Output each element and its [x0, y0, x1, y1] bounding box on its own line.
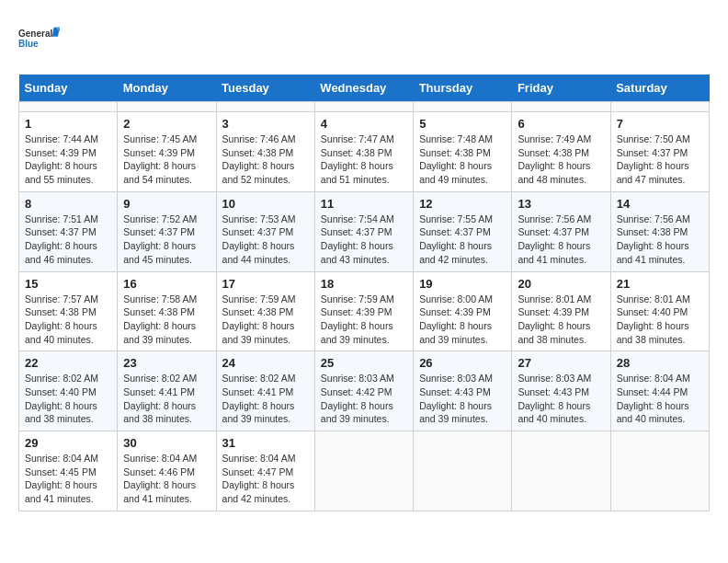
calendar-header-tuesday: Tuesday: [216, 75, 314, 102]
day-info: Sunrise: 8:00 AMSunset: 4:39 PMDaylight:…: [419, 293, 506, 347]
day-number: 16: [123, 277, 210, 291]
calendar-header-saturday: Saturday: [610, 75, 709, 102]
day-info: Sunrise: 7:44 AMSunset: 4:39 PMDaylight:…: [25, 132, 111, 187]
day-number: 30: [123, 436, 210, 450]
calendar-week-row: 8Sunrise: 7:51 AMSunset: 4:37 PMDaylight…: [19, 191, 710, 271]
calendar-week-row: 22Sunrise: 8:02 AMSunset: 4:40 PMDayligh…: [19, 351, 710, 431]
day-info: Sunrise: 8:01 AMSunset: 4:39 PMDaylight:…: [518, 293, 604, 347]
calendar-header-wednesday: Wednesday: [314, 75, 413, 102]
day-number: 4: [321, 117, 407, 131]
day-info: Sunrise: 7:49 AMSunset: 4:38 PMDaylight:…: [518, 132, 604, 187]
day-info: Sunrise: 8:01 AMSunset: 4:40 PMDaylight:…: [617, 293, 703, 347]
day-number: 14: [617, 197, 703, 211]
day-info: Sunrise: 8:02 AMSunset: 4:41 PMDaylight:…: [222, 372, 309, 426]
calendar-cell: 29Sunrise: 8:04 AMSunset: 4:45 PMDayligh…: [19, 431, 118, 511]
logo-svg: General Blue: [18, 18, 64, 60]
calendar-cell: 2Sunrise: 7:45 AMSunset: 4:39 PMDaylight…: [118, 112, 216, 192]
day-number: 2: [123, 117, 210, 131]
svg-text:General: General: [18, 29, 52, 39]
calendar-cell: [512, 102, 610, 112]
calendar-cell: [414, 102, 512, 112]
day-number: 31: [222, 436, 309, 450]
day-info: Sunrise: 7:47 AMSunset: 4:38 PMDaylight:…: [321, 132, 407, 187]
calendar-cell: 26Sunrise: 8:03 AMSunset: 4:43 PMDayligh…: [414, 351, 512, 431]
day-info: Sunrise: 7:56 AMSunset: 4:38 PMDaylight:…: [617, 213, 703, 267]
day-info: Sunrise: 8:03 AMSunset: 4:43 PMDaylight:…: [419, 372, 506, 426]
calendar-week-row: 1Sunrise: 7:44 AMSunset: 4:39 PMDaylight…: [19, 112, 710, 192]
calendar-cell: 30Sunrise: 8:04 AMSunset: 4:46 PMDayligh…: [118, 431, 216, 511]
day-number: 7: [617, 117, 703, 131]
day-number: 26: [419, 356, 506, 370]
calendar-cell: 1Sunrise: 7:44 AMSunset: 4:39 PMDaylight…: [19, 112, 118, 192]
day-number: 3: [222, 117, 309, 131]
day-number: 29: [25, 436, 111, 450]
calendar-cell: 21Sunrise: 8:01 AMSunset: 4:40 PMDayligh…: [610, 271, 709, 351]
calendar-cell: [314, 431, 413, 511]
day-number: 19: [419, 277, 506, 291]
day-number: 21: [617, 277, 703, 291]
day-number: 12: [419, 197, 506, 211]
day-number: 24: [222, 356, 309, 370]
calendar-cell: 23Sunrise: 8:02 AMSunset: 4:41 PMDayligh…: [118, 351, 216, 431]
page-header: General Blue: [18, 18, 710, 60]
day-info: Sunrise: 7:55 AMSunset: 4:37 PMDaylight:…: [419, 213, 506, 267]
day-number: 15: [25, 277, 111, 291]
calendar-cell: 8Sunrise: 7:51 AMSunset: 4:37 PMDaylight…: [19, 191, 118, 271]
day-info: Sunrise: 7:52 AMSunset: 4:37 PMDaylight:…: [123, 213, 210, 267]
day-info: Sunrise: 8:04 AMSunset: 4:46 PMDaylight:…: [123, 452, 210, 506]
calendar-cell: [19, 102, 118, 112]
day-info: Sunrise: 8:03 AMSunset: 4:43 PMDaylight:…: [518, 372, 604, 426]
day-info: Sunrise: 8:04 AMSunset: 4:47 PMDaylight:…: [222, 452, 309, 506]
day-number: 18: [321, 277, 407, 291]
calendar-cell: 5Sunrise: 7:48 AMSunset: 4:38 PMDaylight…: [414, 112, 512, 192]
calendar-cell: 28Sunrise: 8:04 AMSunset: 4:44 PMDayligh…: [610, 351, 709, 431]
calendar-cell: [512, 431, 610, 511]
svg-text:Blue: Blue: [18, 39, 39, 49]
calendar-cell: [610, 102, 709, 112]
day-info: Sunrise: 7:57 AMSunset: 4:38 PMDaylight:…: [25, 293, 111, 347]
calendar-cell: 9Sunrise: 7:52 AMSunset: 4:37 PMDaylight…: [118, 191, 216, 271]
day-info: Sunrise: 7:59 AMSunset: 4:38 PMDaylight:…: [222, 293, 309, 347]
calendar-cell: [314, 102, 413, 112]
calendar-cell: 3Sunrise: 7:46 AMSunset: 4:38 PMDaylight…: [216, 112, 314, 192]
day-info: Sunrise: 8:04 AMSunset: 4:44 PMDaylight:…: [617, 372, 703, 426]
calendar-cell: [216, 102, 314, 112]
calendar-cell: 15Sunrise: 7:57 AMSunset: 4:38 PMDayligh…: [19, 271, 118, 351]
calendar-week-row: 29Sunrise: 8:04 AMSunset: 4:45 PMDayligh…: [19, 431, 710, 511]
calendar-cell: 24Sunrise: 8:02 AMSunset: 4:41 PMDayligh…: [216, 351, 314, 431]
calendar-header-sunday: Sunday: [19, 75, 118, 102]
day-number: 20: [518, 277, 604, 291]
day-info: Sunrise: 7:50 AMSunset: 4:37 PMDaylight:…: [617, 132, 703, 187]
day-number: 13: [518, 197, 604, 211]
calendar-cell: 11Sunrise: 7:54 AMSunset: 4:37 PMDayligh…: [314, 191, 413, 271]
calendar-cell: 22Sunrise: 8:02 AMSunset: 4:40 PMDayligh…: [19, 351, 118, 431]
calendar-cell: 25Sunrise: 8:03 AMSunset: 4:42 PMDayligh…: [314, 351, 413, 431]
day-number: 28: [617, 356, 703, 370]
day-info: Sunrise: 8:02 AMSunset: 4:41 PMDaylight:…: [123, 372, 210, 426]
day-info: Sunrise: 8:04 AMSunset: 4:45 PMDaylight:…: [25, 452, 111, 506]
calendar-header-friday: Friday: [512, 75, 610, 102]
day-number: 9: [123, 197, 210, 211]
day-number: 22: [25, 356, 111, 370]
day-number: 25: [321, 356, 407, 370]
calendar-header-row: SundayMondayTuesdayWednesdayThursdayFrid…: [19, 75, 710, 102]
calendar-cell: 10Sunrise: 7:53 AMSunset: 4:37 PMDayligh…: [216, 191, 314, 271]
day-number: 23: [123, 356, 210, 370]
calendar-cell: 31Sunrise: 8:04 AMSunset: 4:47 PMDayligh…: [216, 431, 314, 511]
logo: General Blue: [18, 18, 64, 60]
day-info: Sunrise: 7:51 AMSunset: 4:37 PMDaylight:…: [25, 213, 111, 267]
calendar-cell: 14Sunrise: 7:56 AMSunset: 4:38 PMDayligh…: [610, 191, 709, 271]
calendar-cell: 7Sunrise: 7:50 AMSunset: 4:37 PMDaylight…: [610, 112, 709, 192]
day-number: 6: [518, 117, 604, 131]
day-number: 11: [321, 197, 407, 211]
calendar-cell: 27Sunrise: 8:03 AMSunset: 4:43 PMDayligh…: [512, 351, 610, 431]
day-info: Sunrise: 7:53 AMSunset: 4:37 PMDaylight:…: [222, 213, 309, 267]
calendar-week-row: 15Sunrise: 7:57 AMSunset: 4:38 PMDayligh…: [19, 271, 710, 351]
calendar-cell: 12Sunrise: 7:55 AMSunset: 4:37 PMDayligh…: [414, 191, 512, 271]
day-info: Sunrise: 7:46 AMSunset: 4:38 PMDaylight:…: [222, 132, 309, 187]
calendar-cell: 13Sunrise: 7:56 AMSunset: 4:37 PMDayligh…: [512, 191, 610, 271]
calendar-cell: 18Sunrise: 7:59 AMSunset: 4:39 PMDayligh…: [314, 271, 413, 351]
calendar-cell: [610, 431, 709, 511]
day-number: 5: [419, 117, 506, 131]
calendar-cell: 16Sunrise: 7:58 AMSunset: 4:38 PMDayligh…: [118, 271, 216, 351]
